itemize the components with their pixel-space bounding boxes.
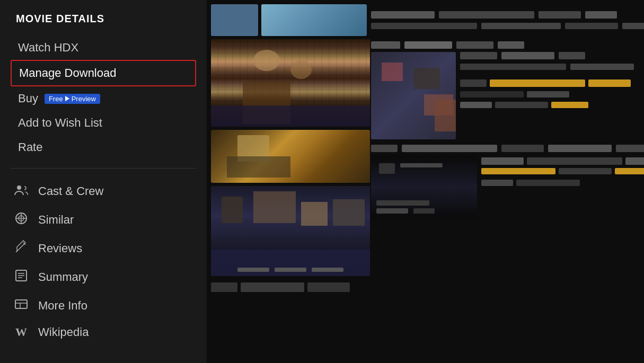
svg-point-0 (17, 185, 21, 190)
reviews-icon (13, 240, 30, 258)
right-movie-row-1 (371, 39, 644, 49)
right-top-text (371, 4, 644, 36)
bottom-movie-image (211, 186, 370, 276)
main-movie-poster (211, 39, 370, 127)
right-bottom-content (371, 155, 644, 359)
sidebar: MOVIE DETAILS Watch HDX Manage Download … (0, 0, 207, 363)
sidebar-top-section: Watch HDX Manage Download Buy Free Previ… (0, 36, 207, 160)
sidebar-item-manage-download[interactable]: Manage Download (11, 60, 196, 86)
summary-icon (13, 268, 30, 286)
similar-label: Similar (38, 213, 74, 227)
divider (11, 168, 196, 169)
left-content-column (207, 0, 371, 363)
more-info-label: More Info (38, 299, 87, 313)
right-lower-blocks (371, 145, 644, 152)
free-preview-badge: Free Preview (45, 94, 100, 104)
thumb-top-1 (211, 4, 258, 36)
sidebar-item-rate[interactable]: Rate (11, 135, 196, 160)
sidebar-item-more-info[interactable]: More Info (5, 291, 201, 320)
middle-movie-thumb (211, 130, 370, 183)
play-icon (65, 96, 69, 101)
sidebar-bottom-section: Cast & Crew Similar Revie (0, 177, 207, 344)
similar-icon (13, 211, 30, 229)
right-content-column (371, 0, 644, 363)
right-movie-image-large (371, 52, 644, 139)
sidebar-title: MOVIE DETAILS (0, 13, 207, 36)
sidebar-item-cast-crew[interactable]: Cast & Crew (5, 177, 201, 206)
sidebar-item-summary[interactable]: Summary (5, 263, 201, 291)
sidebar-item-buy[interactable]: Buy Free Preview (11, 86, 196, 111)
sidebar-item-add-to-wish-list[interactable]: Add to Wish List (11, 111, 196, 135)
bottom-info-row (211, 279, 367, 295)
sidebar-item-watch-hdx[interactable]: Watch HDX (11, 36, 196, 60)
wikipedia-label: Wikipedia (38, 325, 89, 339)
more-info-icon (13, 297, 30, 315)
sidebar-item-reviews[interactable]: Reviews (5, 234, 201, 263)
sidebar-item-similar[interactable]: Similar (5, 206, 201, 234)
top-image-row (211, 4, 367, 36)
thumb-top-2 (261, 4, 367, 36)
svg-rect-10 (15, 300, 27, 308)
summary-label: Summary (38, 270, 88, 284)
main-content (207, 0, 644, 363)
svg-line-5 (16, 251, 17, 252)
cast-crew-label: Cast & Crew (38, 184, 103, 198)
wikipedia-icon: W (13, 325, 30, 339)
cast-crew-icon (13, 182, 30, 200)
sidebar-item-wikipedia[interactable]: W Wikipedia (5, 320, 201, 344)
reviews-label: Reviews (38, 242, 82, 255)
